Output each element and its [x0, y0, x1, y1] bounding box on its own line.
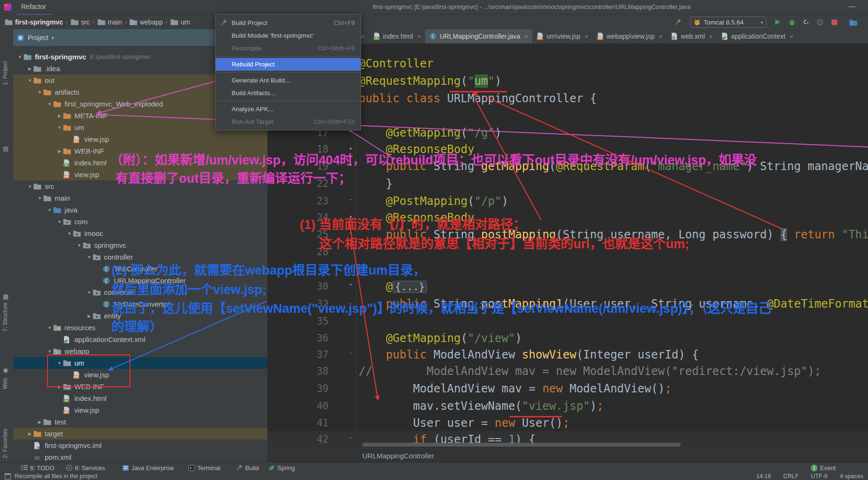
stop-button[interactable]: [828, 17, 840, 27]
ee-view-button[interactable]: [847, 17, 859, 27]
horizontal-scrollbar[interactable]: [362, 443, 681, 447]
menu-item-build-module-first-springmvc-[interactable]: Build Module 'first-springmvc': [216, 29, 361, 42]
tab-um-view-jsp[interactable]: JSPum\view.jsp×: [532, 29, 593, 43]
tab-webapp-view-jsp[interactable]: JSPwebapp\view.jsp×: [593, 29, 667, 43]
tree-expand-icon[interactable]: ▼: [46, 349, 53, 354]
tree-item-imooc[interactable]: ▼imooc: [13, 228, 267, 239]
editor-breadcrumb[interactable]: URLMappingController: [362, 452, 434, 460]
toolwindow-toggle-icon[interactable]: [5, 473, 11, 480]
breadcrumb-item-main[interactable]: main: [97, 18, 122, 26]
tab-urlmappingcontroller-java[interactable]: CURLMappingController.java×: [425, 29, 532, 43]
line-number[interactable]: 42: [267, 431, 329, 448]
grid-icon[interactable]: ▦: [3, 293, 8, 300]
toolwindow-button-6-todo[interactable]: 6: TODO: [21, 463, 55, 473]
tree-item-com[interactable]: ▼com: [13, 216, 267, 228]
breadcrumb-item-webapp[interactable]: webapp: [129, 18, 163, 26]
tree-item-main[interactable]: ▼main: [13, 192, 267, 204]
line-number[interactable]: 38: [267, 363, 329, 380]
close-icon[interactable]: ×: [789, 33, 793, 40]
tree-expand-icon[interactable]: ▼: [86, 290, 93, 295]
stripe-button-web[interactable]: Web: [2, 378, 8, 389]
profiler-button[interactable]: [814, 17, 826, 27]
run-configuration-select[interactable]: Tomcat 8.5.64 ▾: [690, 16, 766, 28]
line-number[interactable]: 39: [267, 380, 329, 397]
menu-item-generate-ant-build-[interactable]: Generate Ant Build...: [216, 74, 361, 87]
tree-expand-icon[interactable]: ▶: [26, 431, 33, 436]
tab-index-html[interactable]: Hindex.html×: [369, 29, 425, 43]
close-icon[interactable]: ×: [417, 33, 421, 40]
globe-icon[interactable]: ◉: [3, 366, 8, 374]
tab-applicationcontext[interactable]: applicationContext×: [717, 29, 797, 43]
toolwindow-button-terminal[interactable]: Terminal: [188, 463, 220, 473]
tree-expand-icon[interactable]: ▶: [86, 314, 93, 318]
tree-item-view.jsp[interactable]: JSPview.jsp: [13, 133, 267, 145]
tree-expand-icon[interactable]: ▼: [26, 184, 33, 189]
breadcrumb-item-src[interactable]: src: [71, 18, 90, 26]
tree-item-view.jsp[interactable]: JSPview.jsp: [13, 404, 267, 416]
line-number[interactable]: 36: [267, 330, 329, 347]
tree-expand-icon[interactable]: ▶: [36, 420, 43, 424]
breadcrumb-item-first-springmvc[interactable]: first-springmvc: [5, 18, 63, 26]
stripe-button-structure[interactable]: 7: Structure: [2, 302, 8, 332]
close-icon[interactable]: ×: [709, 33, 713, 40]
line-number[interactable]: 41: [267, 415, 329, 431]
line-number[interactable]: 40: [267, 398, 329, 415]
menu-item-build-project[interactable]: Build ProjectCtrl+F9: [216, 16, 361, 29]
stripe-button-project[interactable]: 1: Project: [2, 61, 8, 85]
close-icon[interactable]: ×: [524, 33, 528, 40]
stripe-button-favorites[interactable]: 2: Favorites: [2, 429, 8, 458]
tree-item-index.html[interactable]: Hindex.html: [13, 392, 267, 404]
build-hammer-button[interactable]: [672, 17, 683, 27]
tree-expand-icon[interactable]: ▼: [26, 78, 33, 83]
tree-expand-icon[interactable]: ▶: [26, 66, 33, 71]
toolwindow-button-build[interactable]: Build: [235, 463, 259, 473]
tree-expand-icon[interactable]: ▼: [46, 208, 53, 212]
tree-expand-icon[interactable]: ▼: [86, 255, 93, 260]
toolwindow-button-spring[interactable]: Spring: [268, 463, 295, 473]
menu-item-analyze-apk-[interactable]: Analyze APK...: [216, 103, 361, 115]
tree-expand-icon[interactable]: ▼: [46, 325, 53, 330]
run-button[interactable]: [772, 17, 783, 27]
toolwindow-button-8-services[interactable]: 8: Services: [66, 463, 105, 473]
status-widget-14-18[interactable]: 14:18: [756, 473, 771, 480]
menu-refactor[interactable]: Refactor: [16, 0, 52, 14]
menu-item-rebuild-project[interactable]: Rebuild Project: [216, 58, 361, 71]
tree-expand-icon[interactable]: ▼: [76, 243, 83, 248]
line-number[interactable]: 30: [267, 278, 329, 295]
tree-expand-icon[interactable]: ▶: [56, 114, 63, 118]
tree-expand-icon[interactable]: ▼: [66, 231, 73, 236]
tree-expand-icon[interactable]: ▼: [46, 102, 53, 106]
status-widget-utf-8[interactable]: UTF-8: [811, 473, 828, 480]
tree-expand-icon[interactable]: ▼: [36, 90, 43, 95]
minimize-button[interactable]: —: [845, 1, 860, 11]
tab-web-xml[interactable]: web.xml×: [667, 29, 717, 43]
close-icon[interactable]: ×: [659, 33, 663, 40]
tree-item-first-springmvc.iml[interactable]: first-springmvc.iml: [13, 439, 267, 451]
line-number[interactable]: 37: [267, 346, 329, 363]
bookmark-icon[interactable]: ▤: [3, 145, 8, 152]
fold-icon[interactable]: −: [347, 435, 354, 441]
status-widget-4-spaces[interactable]: 4 spaces: [840, 473, 863, 480]
tree-expand-icon[interactable]: ▼: [56, 125, 63, 130]
fold-icon[interactable]: −: [347, 350, 354, 357]
breadcrumb-item-um[interactable]: um: [170, 18, 190, 26]
tree-expand-icon[interactable]: ▼: [16, 55, 24, 59]
tree-item-target[interactable]: ▶target: [13, 428, 267, 439]
menu-item-build-artifacts-[interactable]: Build Artifacts...: [216, 87, 361, 99]
tree-expand-icon[interactable]: ▼: [36, 196, 43, 201]
close-icon[interactable]: ×: [361, 33, 364, 40]
fold-icon[interactable]: −: [347, 196, 354, 203]
fold-icon[interactable]: +: [347, 282, 354, 288]
line-number[interactable]: 23: [267, 193, 329, 210]
debug-button[interactable]: [786, 17, 797, 27]
tree-item-test[interactable]: ▶test: [13, 416, 267, 428]
tree-expand-icon[interactable]: ▶: [56, 149, 63, 154]
coverage-run-button[interactable]: C: [800, 17, 812, 27]
close-icon[interactable]: ×: [585, 33, 588, 40]
tree-expand-icon[interactable]: ▼: [56, 220, 63, 224]
tree-item-applicationcontext.xml[interactable]: applicationContext.xml: [13, 334, 267, 345]
status-widget-crlf[interactable]: CRLF: [783, 473, 799, 480]
toolwindow-button-java-enterprise[interactable]: Java Enterprise: [122, 463, 174, 473]
event-log-button[interactable]: 1 Event: [811, 463, 836, 473]
tree-item-springmvc[interactable]: ▼springmvc: [13, 239, 267, 251]
